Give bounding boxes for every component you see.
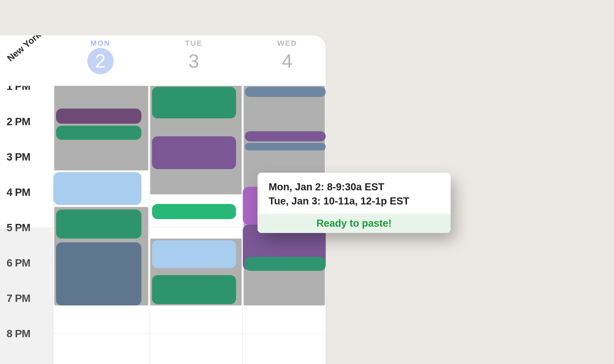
popup-body: Mon, Jan 2: 8-9:30a EST Tue, Jan 3: 10-1… (258, 173, 451, 214)
calendar-event[interactable] (54, 172, 141, 205)
calendar-event[interactable] (245, 143, 326, 150)
calendar-event[interactable] (152, 87, 236, 118)
hour-label: 2 PM (7, 116, 30, 128)
calendar-event[interactable] (56, 109, 141, 124)
calendar-event[interactable] (245, 131, 326, 141)
calendar-event[interactable] (152, 240, 236, 268)
day-number: 3 (181, 48, 207, 74)
calendar-event[interactable] (56, 242, 141, 305)
hour-label: 3 PM (7, 151, 30, 163)
hour-label: 4 PM (7, 186, 30, 198)
day-header-wed[interactable]: WED 4 (245, 35, 326, 74)
timezone-label: New York (5, 35, 43, 64)
weekday-label: TUE (151, 39, 236, 47)
calendar-header: New York MON 2 TUE 3 WED 4 (0, 35, 326, 86)
popup-line-2: Tue, Jan 3: 10-11a, 12-1p EST (269, 194, 440, 208)
past-shade (0, 227, 53, 364)
day-header-mon[interactable]: MON 2 (58, 35, 143, 74)
calendar-event[interactable] (56, 126, 141, 140)
calendar-event[interactable] (152, 136, 236, 169)
availability-popup: Mon, Jan 2: 8-9:30a EST Tue, Jan 3: 10-1… (258, 173, 451, 233)
calendar-event[interactable] (152, 204, 236, 219)
day-number: 2 (87, 48, 114, 74)
calendar-event[interactable] (56, 210, 141, 239)
day-number: 4 (274, 48, 300, 74)
day-column-mon[interactable] (53, 86, 149, 364)
popup-footer: Ready to paste! (258, 214, 451, 233)
popup-status: Ready to paste! (317, 218, 392, 229)
popup-line-1: Mon, Jan 2: 8-9:30a EST (269, 180, 440, 194)
day-header-tue[interactable]: TUE 3 (151, 35, 236, 74)
day-column-tue[interactable] (149, 86, 242, 364)
calendar-event[interactable] (152, 275, 236, 304)
calendar-event[interactable] (245, 87, 326, 97)
weekday-label: MON (58, 39, 143, 47)
weekday-label: WED (245, 39, 326, 47)
calendar-event[interactable] (245, 257, 326, 271)
